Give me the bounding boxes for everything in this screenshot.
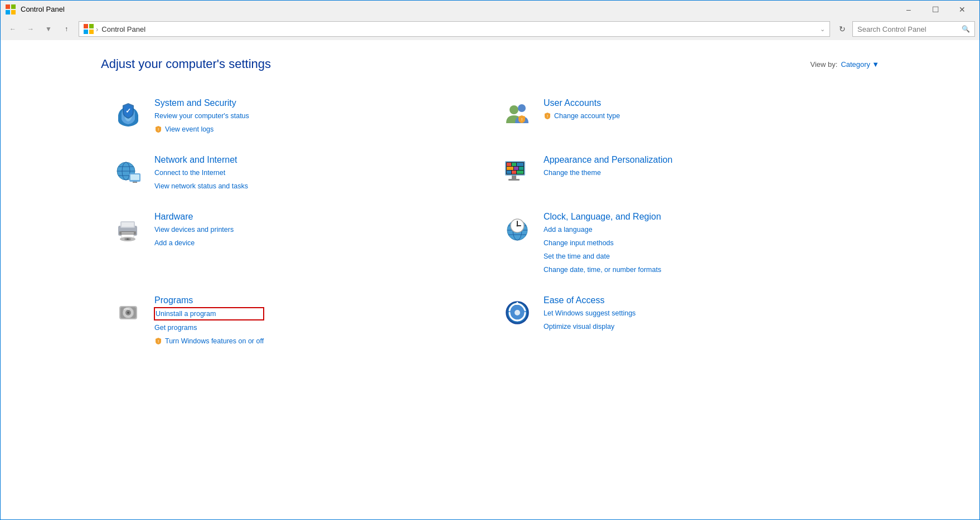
svg-point-11	[510, 105, 518, 114]
window-title: Control Panel	[21, 5, 896, 13]
svg-rect-34	[517, 171, 523, 174]
add-language-link[interactable]: Add a language	[544, 224, 661, 235]
svg-point-64	[515, 310, 520, 315]
svg-rect-5	[89, 24, 94, 28]
programs-text: Programs Uninstall a program Get program…	[154, 295, 264, 347]
uninstall-program-link[interactable]: Uninstall a program	[154, 308, 264, 320]
address-bar[interactable]: › Control Panel ⌄	[79, 21, 830, 37]
page-header: Adjust your computer's settings View by:…	[101, 57, 879, 71]
programs-title[interactable]: Programs	[154, 295, 264, 305]
category-clock-language[interactable]: Clock, Language, and Region Add a langua…	[490, 202, 879, 285]
navigation-bar: ← → ▼ ↑ › Control Panel ⌄ ↻ 🔍	[0, 18, 980, 40]
appearance-title[interactable]: Appearance and Personalization	[544, 155, 672, 165]
back-button[interactable]: ←	[5, 21, 21, 37]
programs-icon	[112, 295, 144, 328]
view-by-dropdown[interactable]: Category ▼	[841, 60, 879, 69]
svg-text:!: !	[547, 114, 548, 119]
appearance-text: Appearance and Personalization Change th…	[544, 155, 672, 178]
user-accounts-text: User Accounts ! Change account type	[544, 98, 620, 122]
svg-text:!: !	[158, 127, 159, 132]
svg-rect-4	[84, 24, 88, 28]
search-input[interactable]	[857, 25, 962, 33]
clock-language-title[interactable]: Clock, Language, and Region	[544, 212, 661, 222]
search-bar[interactable]: 🔍	[852, 21, 975, 37]
view-devices-link[interactable]: View devices and printers	[154, 224, 234, 235]
view-network-status-link[interactable]: View network status and tasks	[154, 181, 248, 192]
set-time-date-link[interactable]: Set the time and date	[544, 251, 661, 262]
svg-point-59	[127, 312, 129, 314]
change-input-link[interactable]: Change input methods	[544, 237, 661, 249]
add-device-link[interactable]: Add a device	[154, 237, 234, 249]
svg-point-54	[517, 225, 518, 227]
main-window: Adjust your computer's settings View by:…	[0, 40, 980, 520]
address-dropdown-icon[interactable]: ⌄	[820, 26, 825, 33]
clock-language-icon	[501, 212, 533, 244]
view-by-control: View by: Category ▼	[810, 60, 879, 69]
svg-rect-36	[508, 179, 520, 181]
svg-rect-41	[122, 232, 134, 234]
forward-button[interactable]: →	[23, 21, 38, 37]
category-programs[interactable]: Programs Uninstall a program Get program…	[101, 285, 490, 357]
network-internet-title[interactable]: Network and Internet	[154, 155, 248, 165]
svg-rect-21	[130, 174, 139, 180]
svg-rect-29	[507, 167, 513, 170]
svg-rect-26	[507, 163, 511, 166]
recent-locations-button[interactable]: ▼	[41, 21, 56, 37]
svg-rect-7	[89, 30, 94, 34]
svg-rect-1	[11, 4, 16, 9]
review-status-link[interactable]: Review your computer's status	[154, 110, 249, 122]
address-separator: ›	[96, 25, 98, 33]
system-security-title[interactable]: System and Security	[154, 98, 249, 108]
appearance-icon	[501, 155, 533, 187]
ease-of-access-icon	[501, 295, 533, 328]
view-by-chevron-icon: ▼	[872, 60, 879, 69]
close-button[interactable]: ✕	[949, 1, 975, 18]
user-accounts-title[interactable]: User Accounts	[544, 98, 620, 108]
svg-rect-35	[512, 176, 516, 179]
hardware-text: Hardware View devices and printers Add a…	[154, 212, 234, 249]
svg-text:!: !	[158, 339, 159, 344]
system-security-icon: ✓	[112, 98, 144, 130]
minimize-button[interactable]: –	[896, 1, 921, 18]
system-security-text: System and Security Review your computer…	[154, 98, 249, 135]
let-windows-suggest-link[interactable]: Let Windows suggest settings	[544, 308, 635, 319]
svg-rect-39	[122, 222, 134, 227]
svg-rect-0	[6, 4, 10, 9]
change-formats-link[interactable]: Change date, time, or number formats	[544, 264, 661, 275]
get-programs-link[interactable]: Get programs	[154, 322, 264, 333]
ease-of-access-title[interactable]: Ease of Access	[544, 295, 635, 305]
network-internet-text: Network and Internet Connect to the Inte…	[154, 155, 248, 192]
windows-features-link[interactable]: ! Turn Windows features on or off	[154, 336, 264, 347]
category-user-accounts[interactable]: ! User Accounts ! Change account type	[490, 88, 879, 145]
change-theme-link[interactable]: Change the theme	[544, 167, 672, 178]
page-title: Adjust your computer's settings	[101, 57, 271, 71]
view-by-label: View by:	[810, 60, 837, 69]
category-system-security[interactable]: ✓ System and Security Review your comput…	[101, 88, 490, 145]
view-event-logs-link[interactable]: ! View event logs	[154, 124, 249, 135]
category-hardware[interactable]: Hardware View devices and printers Add a…	[101, 202, 490, 285]
refresh-button[interactable]: ↻	[835, 21, 850, 37]
category-ease-of-access[interactable]: Ease of Access Let Windows suggest setti…	[490, 285, 879, 357]
search-icon[interactable]: 🔍	[962, 25, 970, 33]
hardware-title[interactable]: Hardware	[154, 212, 234, 222]
categories-grid: ✓ System and Security Review your comput…	[101, 88, 879, 357]
connect-internet-link[interactable]: Connect to the Internet	[154, 167, 248, 178]
content-area: Adjust your computer's settings View by:…	[1, 40, 979, 519]
svg-text:!: !	[521, 117, 522, 122]
svg-rect-3	[11, 10, 16, 14]
svg-rect-28	[517, 163, 523, 166]
up-button[interactable]: ↑	[59, 21, 74, 37]
svg-rect-30	[514, 167, 518, 170]
maximize-button[interactable]: ☐	[923, 1, 948, 18]
user-accounts-icon: !	[501, 98, 533, 130]
address-icon	[84, 24, 94, 34]
change-account-type-link[interactable]: ! Change account type	[544, 110, 620, 122]
svg-text:✓: ✓	[125, 107, 131, 115]
window-controls: – ☐ ✕	[896, 1, 975, 18]
category-network-internet[interactable]: Network and Internet Connect to the Inte…	[101, 145, 490, 202]
ease-of-access-text: Ease of Access Let Windows suggest setti…	[544, 295, 635, 332]
category-appearance[interactable]: Appearance and Personalization Change th…	[490, 145, 879, 202]
optimize-display-link[interactable]: Optimize visual display	[544, 321, 635, 332]
clock-language-text: Clock, Language, and Region Add a langua…	[544, 212, 661, 275]
svg-point-45	[127, 239, 129, 240]
